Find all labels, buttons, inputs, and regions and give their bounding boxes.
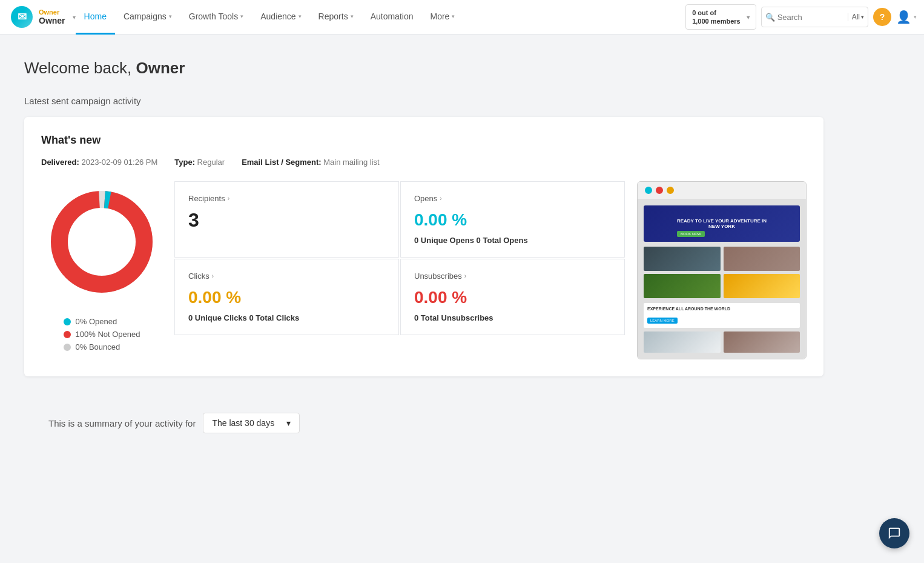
legend-not-opened-dot: [64, 331, 71, 338]
stat-opens: Opens › 0.00 % 0 Unique Opens 0 Total Op…: [400, 181, 625, 258]
user-menu[interactable]: 👤 ▾: [896, 10, 917, 24]
nav-reports[interactable]: Reports ▾: [310, 0, 362, 35]
email-img-2: [724, 247, 800, 271]
growth-tools-chevron-icon: ▾: [240, 13, 243, 19]
user-avatar-icon: 👤: [896, 10, 911, 24]
clicks-sub: 0 Unique Clicks 0 Total Clicks: [188, 313, 385, 322]
preview-dot-teal: [645, 187, 652, 194]
brand-top-label: Owner: [39, 8, 65, 16]
email-hero: READY TO LIVE YOUR ADVENTURE INNEW YORK …: [644, 205, 800, 242]
legend-bounced-dot: [64, 344, 71, 351]
search-bar[interactable]: 🔍 All ▾: [761, 7, 868, 27]
email-section: EXPERIENCE ALL AROUND THE WORLD LEARN MO…: [644, 303, 800, 328]
svg-point-1: [59, 199, 144, 284]
email-room-img-2: [724, 331, 800, 353]
email-img-4: [724, 274, 800, 298]
preview-dots: [638, 182, 806, 199]
search-filter-dropdown[interactable]: All ▾: [848, 13, 864, 21]
email-img-1: [644, 247, 721, 271]
members-button[interactable]: 0 out of 1,000 members ▾: [685, 4, 756, 30]
recipients-chevron-icon: ›: [228, 195, 229, 202]
donut-chart: [41, 181, 162, 302]
email-room-grid: [644, 331, 800, 353]
opens-sub: 0 Unique Opens 0 Total Opens: [414, 236, 611, 245]
email-room-img-1: [644, 331, 721, 353]
legend-not-opened: 100% Not Opened: [64, 330, 140, 339]
card-meta: Delivered: 2023-02-09 01:26 PM Type: Reg…: [41, 158, 807, 167]
main-content: Welcome back, Owner Latest sent campaign…: [0, 35, 848, 482]
summary-text: This is a summary of your activity for: [48, 418, 196, 428]
help-button[interactable]: ?: [873, 8, 891, 26]
more-chevron-icon: ▾: [452, 13, 455, 19]
brand-text: Owner Owner: [39, 8, 65, 25]
section-title: Latest sent campaign activity: [24, 96, 823, 106]
brand-icon: ✉: [11, 6, 33, 28]
search-filter-chevron-icon: ▾: [861, 14, 864, 20]
campaign-card: What's new Delivered: 2023-02-09 01:26 P…: [24, 117, 823, 376]
email-image-grid: [644, 247, 800, 298]
legend-bounced: 0% Bounced: [64, 342, 140, 351]
period-label: The last 30 days: [212, 418, 274, 428]
legend-opened-dot: [64, 318, 71, 325]
brand-area[interactable]: Owner Owner ▾: [36, 8, 76, 25]
legend-opened: 0% Opened: [64, 317, 140, 326]
audience-chevron-icon: ▾: [299, 13, 302, 19]
campaigns-chevron-icon: ▾: [169, 13, 172, 19]
nav-audience[interactable]: Audience ▾: [252, 0, 309, 35]
donut-legend: 0% Opened 100% Not Opened 0% Bounced: [64, 317, 140, 351]
unsubscribes-sub: 0 Total Unsubscribes: [414, 313, 611, 322]
opens-percent: 0.00 %: [414, 210, 611, 230]
members-chevron-icon: ▾: [747, 14, 750, 21]
nav-more[interactable]: More ▾: [421, 0, 463, 35]
card-body: 0% Opened 100% Not Opened 0% Bounced: [41, 181, 807, 359]
card-title: What's new: [41, 134, 807, 147]
recipients-title[interactable]: Recipients ›: [188, 194, 385, 203]
search-input[interactable]: [775, 13, 848, 22]
opens-title[interactable]: Opens ›: [414, 194, 611, 203]
stat-unsubscribes: Unsubscribes › 0.00 % 0 Total Unsubscrib…: [400, 259, 625, 335]
user-chevron-icon: ▾: [914, 14, 917, 20]
preview-dot-red: [656, 187, 663, 194]
stats-grid: Recipients › 3 Opens › 0.00 % 0 Unique O…: [174, 181, 625, 335]
opens-chevron-icon: ›: [440, 195, 441, 202]
preview-dot-yellow: [667, 187, 674, 194]
search-icon: 🔍: [765, 13, 775, 22]
nav-campaigns[interactable]: Campaigns ▾: [115, 0, 180, 35]
nav-home[interactable]: Home: [76, 0, 115, 35]
email-img-3: [644, 274, 721, 298]
unsubscribes-title[interactable]: Unsubscribes ›: [414, 272, 611, 281]
email-mock-body: READY TO LIVE YOUR ADVENTURE INNEW YORK …: [638, 199, 806, 359]
nav-automation[interactable]: Automation: [362, 0, 422, 35]
brand-title: Owner: [39, 16, 65, 25]
chat-button[interactable]: [879, 518, 909, 548]
stat-clicks: Clicks › 0.00 % 0 Unique Clicks 0 Total …: [174, 259, 399, 335]
recipients-value: 3: [188, 210, 385, 230]
nav-growth-tools[interactable]: Growth Tools ▾: [180, 0, 252, 35]
unsubscribes-chevron-icon: ›: [464, 273, 466, 279]
reports-chevron-icon: ▾: [351, 13, 354, 19]
period-dropdown[interactable]: The last 30 days ▾: [203, 413, 300, 433]
email-preview-content: READY TO LIVE YOUR ADVENTURE INNEW YORK …: [638, 199, 806, 359]
navbar: ✉ Owner Owner ▾ Home Campaigns ▾ Growth …: [0, 0, 924, 35]
welcome-heading: Welcome back, Owner: [24, 59, 823, 78]
clicks-title[interactable]: Clicks ›: [188, 272, 385, 281]
bottom-bar: This is a summary of your activity for T…: [24, 401, 823, 445]
nav-logo: ✉: [7, 0, 36, 35]
type-meta: Type: Regular: [174, 158, 225, 167]
nav-right-area: 0 out of 1,000 members ▾ 🔍 All ▾ ? 👤 ▾: [685, 4, 917, 30]
email-list-meta: Email List / Segment: Main mailing list: [242, 158, 380, 167]
period-chevron-icon: ▾: [286, 418, 291, 428]
delivered-meta: Delivered: 2023-02-09 01:26 PM: [41, 158, 157, 167]
unsubscribes-percent: 0.00 %: [414, 288, 611, 307]
chat-icon: [888, 527, 901, 540]
clicks-chevron-icon: ›: [212, 273, 214, 279]
clicks-percent: 0.00 %: [188, 288, 385, 307]
donut-area: 0% Opened 100% Not Opened 0% Bounced: [41, 181, 162, 351]
stat-recipients: Recipients › 3: [174, 181, 399, 258]
email-preview: READY TO LIVE YOUR ADVENTURE INNEW YORK …: [637, 181, 807, 359]
